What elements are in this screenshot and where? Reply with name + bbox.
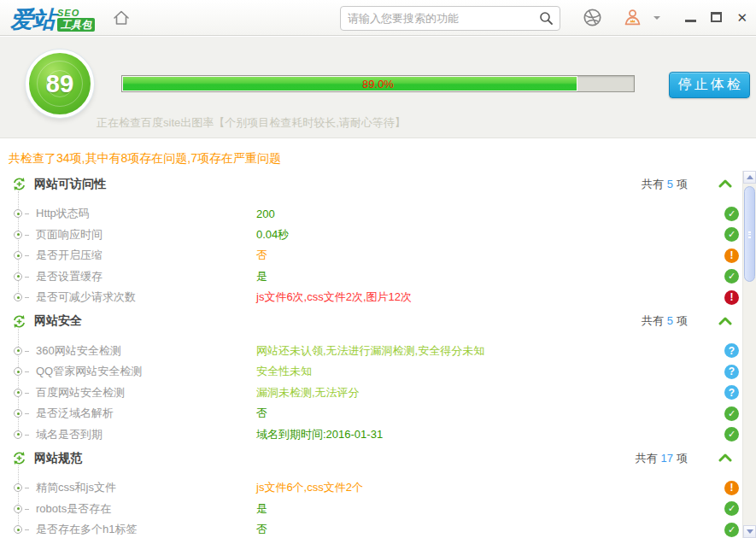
section-header[interactable]: 网站可访问性 共有5项: [0, 171, 756, 197]
check-row: QQ管家网站安全检测 安全性未知: [0, 361, 756, 383]
section-title: 网站安全: [34, 313, 82, 329]
row-bullet-icon: [14, 389, 22, 397]
progress-percent-label: 89.0%: [122, 76, 634, 91]
progress-bar: 89.0%: [121, 75, 635, 92]
home-icon[interactable]: [112, 9, 131, 27]
section-count: 共有5项: [642, 313, 688, 329]
status-ok-icon: [724, 227, 739, 242]
section-refresh-icon: [11, 176, 27, 192]
scrollbar: [742, 171, 756, 538]
results-area: 共检查了34项,其中有8项存在问题,7项存在严重问题 网站可访问性 共有5项 H…: [0, 139, 756, 538]
search-box: [340, 6, 560, 31]
check-row: 360网站安全检测 网站还未认领,无法进行漏洞检测,安全得分未知: [0, 341, 756, 362]
status-warning-icon: [724, 249, 739, 263]
status-ok-icon: [724, 501, 739, 516]
scroll-down-button[interactable]: [743, 525, 756, 538]
status-unknown-icon: [724, 343, 739, 358]
section-header[interactable]: 网站安全 共有5项: [0, 308, 756, 335]
status-ok-icon: [724, 406, 739, 421]
row-bullet-icon: [14, 272, 22, 281]
section-title: 网站规范: [34, 451, 82, 466]
check-row: 是否设置缓存 是: [0, 266, 756, 288]
status-ok-icon: [724, 269, 739, 284]
scroll-up-button[interactable]: [743, 171, 756, 184]
user-account-icon[interactable]: [623, 8, 642, 31]
section-refresh-icon: [11, 450, 27, 466]
status-unknown-icon: [724, 385, 739, 400]
score-badge: 89: [26, 50, 94, 118]
row-bullet-icon: [14, 347, 22, 355]
status-ok-icon: [724, 207, 739, 221]
section-security: 网站安全 共有5项 360网站安全检测 网站还未认领,无法进行漏洞检测,安全得分…: [0, 308, 756, 446]
check-row: 页面响应时间 0.04秒: [0, 225, 756, 246]
search-icon[interactable]: [539, 11, 554, 26]
status-error-icon: [724, 290, 739, 305]
close-button[interactable]: ✕: [736, 11, 747, 24]
section-count: 共有5项: [642, 177, 688, 192]
row-bullet-icon: [14, 409, 22, 418]
status-warning-icon: [724, 481, 739, 495]
row-bullet-icon: [14, 209, 22, 218]
check-row: 百度网站安全检测 漏洞未检测,无法评分: [0, 383, 756, 404]
check-row: 是否存在多个h1标签 否: [0, 519, 756, 538]
status-unknown-icon: [724, 365, 739, 379]
dropdown-caret-icon[interactable]: [653, 16, 660, 20]
scrollbar-thumb[interactable]: [744, 186, 755, 282]
collapse-chevron-icon[interactable]: [718, 179, 732, 188]
checkup-status-text: 正在检查百度site出图率【个别项目检查耗时较长,请耐心等待】: [97, 115, 406, 131]
row-bullet-icon: [14, 525, 22, 534]
check-row: 是否可减少请求次数 js文件6次,css文件2次,图片12次: [0, 287, 756, 308]
app-logo: 爱站 SEO 工具包: [10, 4, 95, 35]
collapse-chevron-icon[interactable]: [718, 317, 732, 325]
minimize-button[interactable]: [685, 13, 696, 22]
network-globe-icon[interactable]: [583, 8, 602, 31]
check-row: 是否泛域名解析 否: [0, 403, 756, 424]
title-bar: 爱站 SEO 工具包 ✕: [0, 0, 756, 36]
check-row: 是否开启压缩 否: [0, 245, 756, 266]
status-ok-icon: [724, 427, 739, 442]
search-input[interactable]: [341, 12, 539, 25]
collapse-chevron-icon[interactable]: [718, 453, 732, 462]
row-bullet-icon: [14, 251, 22, 260]
row-bullet-icon: [14, 483, 22, 492]
stop-checkup-button[interactable]: 停止体检: [669, 72, 750, 98]
logo-text-main: 爱站: [10, 4, 55, 35]
check-row: Http状态码 200: [0, 203, 756, 225]
logo-text-seo: SEO: [57, 9, 79, 18]
section-title: 网站可访问性: [34, 177, 106, 192]
section-header[interactable]: 网站规范 共有17项: [0, 445, 756, 471]
score-value: 89: [46, 70, 73, 98]
row-bullet-icon: [14, 430, 22, 439]
check-row: 精简css和js文件 js文件6个,css文件2个: [0, 477, 756, 499]
section-refresh-icon: [11, 313, 27, 330]
section-standards: 网站规范 共有17项 精简css和js文件 js文件6个,css文件2个 rob…: [0, 445, 756, 538]
checkup-panel: 89 89.0% 停止体检 正在检查百度site出图率【个别项目检查耗时较长,请…: [0, 37, 756, 138]
row-bullet-icon: [14, 505, 22, 513]
window-controls: ✕: [685, 10, 747, 24]
summary-line: 共检查了34项,其中有8项存在问题,7项存在严重问题: [9, 151, 756, 167]
row-bullet-icon: [14, 231, 22, 239]
row-bullet-icon: [14, 293, 22, 301]
check-row: robots是否存在 是: [0, 499, 756, 520]
check-row: 域名是否到期 域名到期时间:2016-01-31: [0, 424, 756, 446]
section-count: 共有17项: [636, 451, 688, 466]
maximize-button[interactable]: [711, 12, 722, 22]
row-bullet-icon: [14, 367, 22, 376]
section-accessibility: 网站可访问性 共有5项 Http状态码 200 页面响应时间 0.04秒 是否开…: [0, 171, 756, 308]
status-ok-icon: [724, 523, 739, 537]
logo-text-sub: 工具包: [57, 18, 95, 32]
